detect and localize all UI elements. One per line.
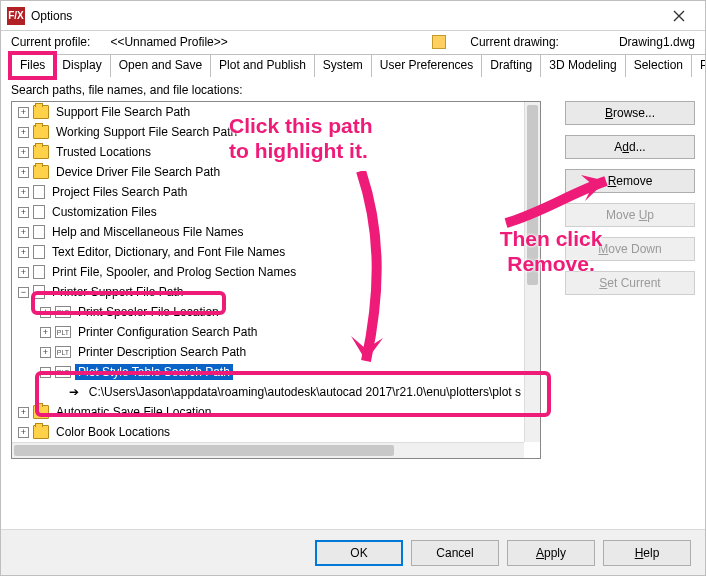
set-current-button[interactable]: Set Current <box>565 271 695 295</box>
profile-row: Current profile: <<Unnamed Profile>> Cur… <box>1 31 705 53</box>
document-icon <box>33 265 45 279</box>
expand-icon[interactable]: + <box>18 147 29 158</box>
expand-icon[interactable]: + <box>18 407 29 418</box>
tree-node[interactable]: +Automatic Save File Location <box>12 402 524 422</box>
expand-icon[interactable]: + <box>40 347 51 358</box>
tab-strip: Files Display Open and Save Plot and Pub… <box>11 53 695 77</box>
tree-label[interactable]: Project Files Search Path <box>49 184 190 200</box>
tree-node[interactable]: +Trusted Locations <box>12 142 524 162</box>
expand-icon[interactable]: + <box>18 227 29 238</box>
tree-label[interactable]: Printer Configuration Search Path <box>75 324 260 340</box>
ok-button[interactable]: OK <box>315 540 403 566</box>
expand-icon[interactable]: + <box>18 167 29 178</box>
tree-label[interactable]: Working Support File Search Path <box>53 124 240 140</box>
tab-plot-and-publish[interactable]: Plot and Publish <box>210 54 315 77</box>
tab-selection[interactable]: Selection <box>625 54 692 77</box>
tree-label[interactable]: Print File, Spooler, and Prolog Section … <box>49 264 299 280</box>
folder-icon <box>33 165 49 179</box>
tab-3d-modeling[interactable]: 3D Modeling <box>540 54 625 77</box>
tree-node[interactable]: +Print File, Spooler, and Prolog Section… <box>12 262 524 282</box>
tree-label[interactable]: Printer Description Search Path <box>75 344 249 360</box>
folder-icon <box>33 145 49 159</box>
close-button[interactable] <box>659 2 699 30</box>
tree-node[interactable]: +PLTPrinter Description Search Path <box>12 342 524 362</box>
expand-icon[interactable]: + <box>18 107 29 118</box>
expand-icon[interactable]: + <box>18 427 29 438</box>
move-down-button[interactable]: Move Down <box>565 237 695 261</box>
tree-label[interactable]: Print Spooler File Location <box>75 304 222 320</box>
remove-button[interactable]: Remove <box>565 169 695 193</box>
tree-label[interactable]: C:\Users\Jason\appdata\roaming\autodesk\… <box>86 384 524 400</box>
expand-icon[interactable]: + <box>18 127 29 138</box>
help-button[interactable]: Help <box>603 540 691 566</box>
tab-display[interactable]: Display <box>53 54 110 77</box>
tree-node[interactable]: +Color Book Locations <box>12 422 524 442</box>
tree-node[interactable]: +Text Editor, Dictionary, and Font File … <box>12 242 524 262</box>
titlebar: F/X Options <box>1 1 705 31</box>
app-icon: F/X <box>7 7 25 25</box>
tree-label[interactable]: Support File Search Path <box>53 104 193 120</box>
tree-node[interactable]: +Support File Search Path <box>12 102 524 122</box>
panel-label: Search paths, file names, and file locat… <box>11 83 242 97</box>
collapse-icon[interactable]: − <box>18 287 29 298</box>
document-icon <box>33 185 45 199</box>
expand-icon[interactable]: + <box>40 307 51 318</box>
tab-system[interactable]: System <box>314 54 372 77</box>
add-button[interactable]: Add... <box>565 135 695 159</box>
tree-node[interactable]: ➔C:\Users\Jason\appdata\roaming\autodesk… <box>12 382 524 402</box>
plt-icon: PLT <box>55 366 71 378</box>
folder-icon <box>33 105 49 119</box>
move-up-button[interactable]: Move Up <box>565 203 695 227</box>
tree-node[interactable]: +Project Files Search Path <box>12 182 524 202</box>
tab-profiles[interactable]: Profiles <box>691 54 706 77</box>
cancel-button[interactable]: Cancel <box>411 540 499 566</box>
apply-button[interactable]: Apply <box>507 540 595 566</box>
document-icon <box>33 245 45 259</box>
tree-label[interactable]: Customization Files <box>49 204 160 220</box>
tree-node[interactable]: +Help and Miscellaneous File Names <box>12 222 524 242</box>
tree-label[interactable]: Color Book Locations <box>53 424 173 440</box>
expand-icon[interactable]: + <box>18 187 29 198</box>
tree-label[interactable]: Trusted Locations <box>53 144 154 160</box>
horizontal-scrollbar[interactable] <box>12 442 524 458</box>
tree-label[interactable]: Automatic Save File Location <box>53 404 214 420</box>
tree-node[interactable]: −PLTPlot Style Table Search Path <box>12 362 524 382</box>
tree-node[interactable]: +PLTPrint Spooler File Location <box>12 302 524 322</box>
plt-icon: PLT <box>55 346 71 358</box>
folder-icon <box>33 405 49 419</box>
scroll-thumb[interactable] <box>14 445 394 456</box>
tree-label[interactable]: Text Editor, Dictionary, and Font File N… <box>49 244 288 260</box>
expand-icon[interactable]: + <box>40 327 51 338</box>
tree-node[interactable]: +PLTPrinter Configuration Search Path <box>12 322 524 342</box>
close-icon <box>673 10 685 22</box>
tree-node[interactable]: +Device Driver File Search Path <box>12 162 524 182</box>
current-profile-label: Current profile: <box>11 35 90 49</box>
current-drawing-value: Drawing1.dwg <box>619 35 695 49</box>
dialog-buttons: OK Cancel Apply Help <box>1 529 705 575</box>
path-arrow-icon: ➔ <box>66 385 82 399</box>
scroll-thumb[interactable] <box>527 105 538 285</box>
document-icon <box>33 205 45 219</box>
tree-label[interactable]: Help and Miscellaneous File Names <box>49 224 246 240</box>
tab-user-preferences[interactable]: User Preferences <box>371 54 482 77</box>
expand-icon[interactable]: + <box>18 247 29 258</box>
tree-label[interactable]: Plot Style Table Search Path <box>75 364 233 380</box>
tree-node[interactable]: +Customization Files <box>12 202 524 222</box>
document-icon <box>33 285 45 299</box>
plt-icon: PLT <box>55 306 71 318</box>
tab-open-and-save[interactable]: Open and Save <box>110 54 211 77</box>
tab-files[interactable]: Files <box>11 54 54 77</box>
current-drawing-label: Current drawing: <box>470 35 559 49</box>
expand-icon[interactable]: + <box>18 207 29 218</box>
vertical-scrollbar[interactable] <box>524 102 540 442</box>
tree-label[interactable]: Printer Support File Path <box>49 284 186 300</box>
side-buttons: Browse... Add... Remove Move Up Move Dow… <box>565 101 695 295</box>
tree-view[interactable]: +Support File Search Path+Working Suppor… <box>11 101 541 459</box>
tree-node[interactable]: −Printer Support File Path <box>12 282 524 302</box>
tree-node[interactable]: +Working Support File Search Path <box>12 122 524 142</box>
tree-label[interactable]: Device Driver File Search Path <box>53 164 223 180</box>
expand-icon[interactable]: + <box>18 267 29 278</box>
browse-button[interactable]: Browse... <box>565 101 695 125</box>
collapse-icon[interactable]: − <box>40 367 51 378</box>
tab-drafting[interactable]: Drafting <box>481 54 541 77</box>
